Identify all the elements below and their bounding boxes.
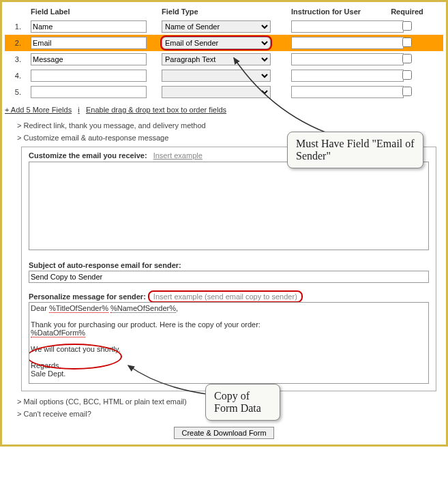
- create-download-button[interactable]: Create & Download Form: [174, 427, 273, 439]
- field-type-select[interactable]: Email of Sender: [162, 37, 271, 49]
- field-label-input[interactable]: [31, 20, 147, 33]
- required-checkbox[interactable]: [402, 87, 412, 96]
- row-number: 4.: [5, 72, 25, 80]
- enable-drag-link[interactable]: Enable drag & drop text box to order fie…: [86, 106, 226, 114]
- add-fields-link[interactable]: + Add 5 More Fields: [5, 106, 72, 114]
- subject-label: Subject of auto-response email for sende…: [29, 261, 429, 269]
- field-row-5: 5.: [5, 84, 443, 100]
- field-label-input[interactable]: [31, 86, 147, 98]
- header-instruction: Instruction for User: [271, 7, 387, 16]
- customize-email-textarea[interactable]: [29, 162, 429, 250]
- field-row-3: 3.Paragraph Text: [5, 51, 443, 67]
- required-checkbox[interactable]: [402, 70, 412, 80]
- field-type-select[interactable]: Paragraph Text: [162, 53, 271, 65]
- row-number: 5.: [5, 88, 25, 96]
- field-row-2: 2.Email of Sender: [5, 35, 443, 51]
- field-type-select[interactable]: [162, 70, 271, 82]
- personalize-textarea[interactable]: Dear %TitleOfSender% %NameOfSender%, Tha…: [29, 302, 429, 384]
- callout-copy-data: Copy of Form Data: [205, 384, 280, 421]
- required-checkbox[interactable]: [402, 37, 412, 47]
- personalize-insert-link[interactable]: Insert example (send email copy to sende…: [148, 290, 303, 303]
- required-checkbox[interactable]: [402, 21, 412, 31]
- required-checkbox[interactable]: [402, 54, 412, 63]
- row-number: 3.: [5, 55, 25, 63]
- column-headers: Field Label Field Type Instruction for U…: [5, 5, 443, 18]
- field-row-1: 1.Name of Sender: [5, 18, 443, 35]
- customize-box: Customize the email you receive: Insert …: [21, 147, 436, 391]
- field-row-4: 4.: [5, 67, 443, 84]
- row-number: 1.: [5, 22, 25, 31]
- row-number: 2.: [5, 39, 25, 47]
- callout-must-have: Must Have Field "Email of Sender": [287, 132, 423, 168]
- header-field-label: Field Label: [25, 7, 148, 16]
- info-icon: i: [78, 106, 79, 114]
- subject-input[interactable]: [29, 271, 429, 283]
- expander-redirect[interactable]: > Redirect link, thank you message, and …: [5, 119, 443, 132]
- field-type-select[interactable]: [162, 86, 271, 98]
- field-label-input[interactable]: [31, 53, 147, 65]
- header-field-type: Field Type: [148, 7, 271, 16]
- links-row: + Add 5 More Fields i Enable drag & drop…: [5, 100, 443, 119]
- field-label-input[interactable]: [31, 37, 147, 49]
- header-required: Required: [387, 7, 428, 16]
- field-label-input[interactable]: [31, 70, 147, 82]
- customize-email-label: Customize the email you receive:: [29, 151, 147, 160]
- field-type-select[interactable]: Name of Sender: [162, 20, 271, 33]
- insert-example-link[interactable]: Insert example: [149, 151, 203, 160]
- personalize-label: Personalize message for sender:: [29, 292, 146, 301]
